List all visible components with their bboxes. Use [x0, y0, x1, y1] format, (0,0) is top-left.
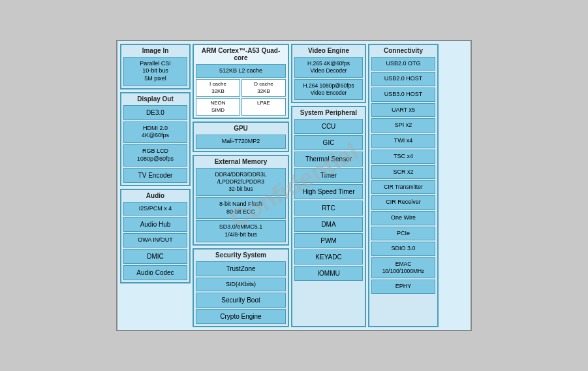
ddr-block: DDR4/DDR3/DDR3L/LPDDR2/LPDDR332-bit bus	[196, 168, 286, 196]
usb20-otg-block: USB2.0 OTG	[371, 57, 435, 71]
l2-cache-block: 512KB L2 cache	[196, 64, 286, 78]
emmc-block: SD3.0/eMMC5.11/4/8-bit bus	[196, 220, 286, 242]
pcie-block: PCIe	[371, 227, 435, 241]
sys-peri-header: System Peripheral	[294, 109, 363, 116]
tsc-block: TSC x4	[371, 150, 435, 164]
cir-tx-block: CIR Transmitter	[371, 180, 435, 194]
one-wire-block: One Wire	[371, 211, 435, 225]
usb30-host-block: USB3.0 HOST	[371, 88, 435, 102]
h265-block: H.265 4K@60fpsVideo Decoder	[294, 57, 363, 78]
nand-flash-block: 8-bit Nand Flash80-bit ECC	[196, 197, 286, 219]
neon-block: NEONSIMD	[196, 98, 240, 116]
dma-block: DMA	[294, 217, 363, 232]
gpu-header: GPU	[196, 125, 286, 132]
rtc-block: RTC	[294, 201, 363, 216]
h264-block: H.264 1080p@60fpsVideo Encoder	[294, 79, 363, 100]
timer-block: Timer	[294, 168, 363, 183]
scr-block: SCR x2	[371, 165, 435, 180]
thermal-sensor-block: Thermal Sensor	[294, 152, 363, 167]
hdmi-block: HDMI 2.04K@60fps	[123, 121, 187, 143]
video-engine-header: Video Engine	[294, 47, 363, 54]
ephy-block: EPHY	[371, 280, 435, 294]
cir-rx-block: CIR Receiver	[371, 195, 435, 210]
high-speed-timer-block: High Speed Timer	[294, 184, 363, 199]
ext-mem-header: External Memory	[196, 158, 286, 165]
dcache-block: D cache32KB	[241, 79, 286, 97]
security-system-header: Security System	[196, 251, 286, 259]
parallel-csi-block: Parallel CSI10-bit bus5M pixel	[123, 57, 187, 86]
security-boot-block: Security Boot	[196, 293, 286, 308]
sdio-block: SDIO 3.0	[371, 242, 435, 256]
gic-block: GIC	[294, 135, 363, 150]
de30-block: DE3.0	[123, 105, 187, 120]
uart-block: UART x5	[371, 103, 435, 118]
crypto-engine-block: Crypto Engine	[196, 309, 286, 324]
audio-codec-block: Audio Codec	[123, 265, 187, 280]
keyadc-block: KEYADC	[294, 250, 363, 265]
sid-block: SID(4Kbits)	[196, 278, 286, 292]
i2s-block: I2S/PCM x 4	[123, 202, 187, 216]
icache-block: I cache32KB	[196, 79, 240, 97]
pwm-block: PWM	[294, 233, 363, 248]
ccu-block: CCU	[294, 119, 363, 134]
audio-hub-block: Audio Hub	[123, 217, 187, 232]
lpae-block: LPAE	[241, 98, 286, 116]
owa-block: OWA IN/OUT	[123, 233, 187, 248]
audio-header: Audio	[123, 192, 187, 199]
mali-block: Mali-T720MP2	[196, 135, 286, 149]
trustzone-block: TrustZone	[196, 261, 286, 276]
rgb-lcd-block: RGB LCD1080p@60fps	[123, 144, 187, 166]
spi-block: SPI x2	[371, 118, 435, 133]
usb20-host-block: USB2.0 HOST	[371, 72, 435, 86]
display-out-header: Display Out	[123, 95, 187, 103]
dmic-block: DMIC	[123, 249, 187, 264]
iommu-block: IOMMU	[294, 266, 363, 281]
image-in-header: Image In	[123, 47, 187, 54]
connectivity-header: Connectivity	[371, 47, 435, 54]
arm-header: ARM Cortex™-A53 Quad-core	[196, 47, 286, 61]
tv-encoder-block: TV Encoder	[123, 168, 187, 183]
twi-block: TWI x4	[371, 134, 435, 148]
emac-block: EMAC10/100/1000MHz	[371, 257, 435, 278]
